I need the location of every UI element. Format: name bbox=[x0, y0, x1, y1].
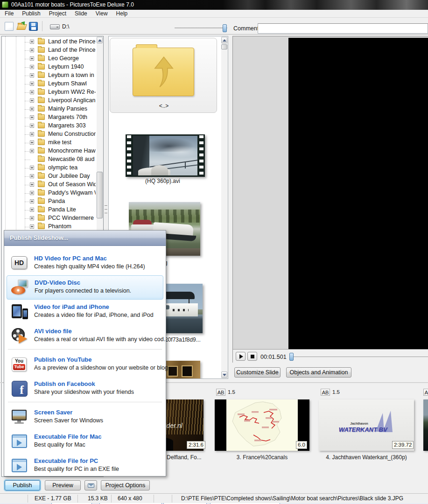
expand-icon[interactable] bbox=[30, 208, 34, 212]
files-scroll-up-icon[interactable] bbox=[221, 37, 227, 43]
expand-icon[interactable] bbox=[30, 174, 34, 178]
comment-input[interactable] bbox=[258, 23, 428, 34]
publish-option-executable-file-for-mac[interactable]: Executable File for MacBest quality for … bbox=[4, 429, 166, 454]
expand-icon[interactable] bbox=[30, 107, 34, 111]
menu-project[interactable]: Project bbox=[45, 10, 70, 18]
expand-icon[interactable] bbox=[30, 40, 34, 44]
menu-slide[interactable]: Slide bbox=[70, 10, 91, 18]
expand-icon[interactable] bbox=[30, 82, 34, 86]
publish-option-video-for-ipad-and-iphone[interactable]: Video for iPad and iPhoneCreates a video… bbox=[4, 300, 166, 324]
transition-ab-badge[interactable]: AB bbox=[321, 389, 330, 396]
expand-icon[interactable] bbox=[30, 224, 34, 229]
expand-icon[interactable] bbox=[30, 166, 34, 170]
expand-icon[interactable] bbox=[30, 115, 34, 119]
expand-icon[interactable] bbox=[30, 199, 34, 203]
menu-publish[interactable]: Publish bbox=[18, 10, 44, 18]
files-scroll-down-icon[interactable] bbox=[221, 371, 227, 378]
tree-item[interactable]: Land of the Prince I bbox=[2, 46, 96, 55]
tree-item[interactable]: Menu Construction bbox=[2, 130, 96, 139]
publish-option-screen-saver[interactable]: Screen SaverScreen Saver for Windows bbox=[4, 405, 166, 429]
seek-slider-track[interactable] bbox=[293, 357, 428, 357]
tree-item[interactable]: Margarets 303 bbox=[2, 122, 96, 130]
menu-help[interactable]: Help bbox=[112, 10, 132, 18]
expand-icon[interactable] bbox=[30, 140, 34, 145]
publish-option-avi-video-file[interactable]: AVI video fileCreates a real or virtual … bbox=[4, 324, 166, 348]
timeline-slide-4[interactable] bbox=[423, 399, 428, 451]
expand-icon[interactable] bbox=[30, 132, 34, 136]
panel-splitter[interactable] bbox=[105, 204, 107, 216]
tree-item[interactable]: Leyburn a town in V bbox=[2, 71, 96, 80]
facebook-icon: f bbox=[11, 380, 28, 398]
tree-item[interactable]: PCC Windermere bbox=[2, 214, 96, 223]
expand-icon[interactable] bbox=[30, 98, 34, 103]
tree-scrollbar-thumb[interactable] bbox=[97, 172, 103, 218]
menu-file[interactable]: File bbox=[0, 10, 18, 18]
tree-item[interactable]: Monochrome Haw bbox=[2, 147, 96, 155]
expand-icon[interactable] bbox=[30, 124, 34, 128]
objects-animation-button[interactable]: Objects and Animation bbox=[286, 367, 351, 378]
tree-item[interactable]: Leyburn WW2 Re-e bbox=[2, 88, 96, 97]
publish-button[interactable]: Publish bbox=[5, 480, 40, 490]
parent-folder-item[interactable]: <..> bbox=[110, 38, 217, 113]
tree-item-label: Panda Lite bbox=[48, 206, 76, 213]
seek-slider-thumb[interactable] bbox=[289, 353, 294, 361]
publish-option-dvd-video-disc[interactable]: DVD-Video DiscFor players connected to a… bbox=[7, 275, 163, 300]
files-scrollbar-thumb[interactable] bbox=[221, 44, 227, 49]
publish-option-executable-file-for-pc[interactable]: Executable File for PCBest quality for P… bbox=[4, 454, 166, 478]
files-scrollbar[interactable] bbox=[221, 36, 228, 378]
preview-button[interactable]: Preview bbox=[45, 480, 81, 490]
publish-option-publish-on-youtube[interactable]: YouTubePublish on YouTubeAs a preview of… bbox=[4, 352, 166, 377]
slide-duration-badge: 2:39.72 bbox=[392, 441, 414, 449]
menu-separator bbox=[8, 402, 162, 402]
email-button[interactable] bbox=[84, 480, 97, 490]
toolbar-separator bbox=[42, 21, 42, 31]
tree-item[interactable]: Panda Lite bbox=[2, 206, 96, 214]
expand-icon[interactable] bbox=[30, 182, 34, 187]
photo-label-2: 20f73a1f8d9... bbox=[165, 336, 201, 343]
tree-item[interactable]: Paddy's Wigwam W bbox=[2, 189, 96, 197]
tree-item[interactable]: Mainly Pansies bbox=[2, 105, 96, 113]
tree-item[interactable]: mike test bbox=[2, 139, 96, 147]
project-options-button[interactable]: Project Options bbox=[101, 480, 150, 490]
play-button[interactable] bbox=[236, 352, 246, 361]
tree-item[interactable]: Leo George bbox=[2, 55, 96, 63]
tree-item[interactable]: Leyburn 1940 bbox=[2, 63, 96, 71]
drive-label[interactable]: D:\ bbox=[62, 23, 69, 30]
statusbar: EXE - 1.77 GB 15.3 KB 640 x 480 D:\PTE F… bbox=[0, 493, 428, 503]
tree-item[interactable]: Liverpool Anglican bbox=[2, 97, 96, 105]
expand-icon[interactable] bbox=[30, 73, 34, 77]
tree-item[interactable]: Out of Season Wide bbox=[2, 181, 96, 189]
tree-item-label: Land of the Prince I bbox=[48, 47, 96, 53]
publish-option-publish-on-facebook[interactable]: fPublish on FacebookShare your slideshow… bbox=[4, 377, 166, 401]
expand-icon[interactable] bbox=[30, 90, 34, 94]
video-file-thumbnail[interactable] bbox=[126, 134, 205, 177]
expand-icon[interactable] bbox=[30, 65, 34, 69]
tree-item[interactable]: Land of the Prince I bbox=[2, 38, 96, 46]
thumbnail-size-slider-track[interactable] bbox=[175, 28, 227, 28]
tree-item[interactable]: Leyburn Shawl bbox=[2, 80, 96, 88]
publish-option-hd-video-for-pc-and-mac[interactable]: HDHD Video for PC and MacCreates high qu… bbox=[4, 251, 166, 275]
menu-view[interactable]: View bbox=[91, 10, 112, 18]
expand-icon[interactable] bbox=[30, 48, 34, 52]
transition-ab-badge[interactable]: AB bbox=[423, 389, 428, 396]
expand-icon[interactable] bbox=[30, 191, 34, 195]
tree-item[interactable]: Panda bbox=[2, 197, 96, 206]
expand-icon[interactable] bbox=[30, 149, 34, 153]
expand-icon[interactable] bbox=[30, 216, 34, 220]
tree-item[interactable]: Margarets 70th bbox=[2, 113, 96, 122]
timeline-slide-2[interactable] bbox=[215, 399, 309, 451]
stop-button[interactable] bbox=[247, 352, 257, 361]
photo-thumbnail-3[interactable] bbox=[165, 361, 200, 379]
new-project-icon[interactable] bbox=[5, 22, 14, 31]
open-project-icon[interactable] bbox=[17, 22, 26, 31]
drive-icon[interactable] bbox=[50, 24, 60, 29]
customize-slide-button[interactable]: Customize Slide bbox=[234, 367, 281, 378]
save-project-icon[interactable] bbox=[29, 22, 38, 31]
tree-scroll-up-icon[interactable] bbox=[97, 37, 103, 43]
tree-item[interactable]: Our Jubilee Day bbox=[2, 172, 96, 181]
transition-ab-badge[interactable]: AB bbox=[216, 389, 225, 396]
tree-item[interactable]: Newcastle 08 aud bbox=[2, 155, 96, 164]
tree-item[interactable]: olympic tea bbox=[2, 164, 96, 172]
thumbnail-size-slider-thumb[interactable] bbox=[223, 24, 227, 32]
expand-icon[interactable] bbox=[30, 56, 34, 61]
